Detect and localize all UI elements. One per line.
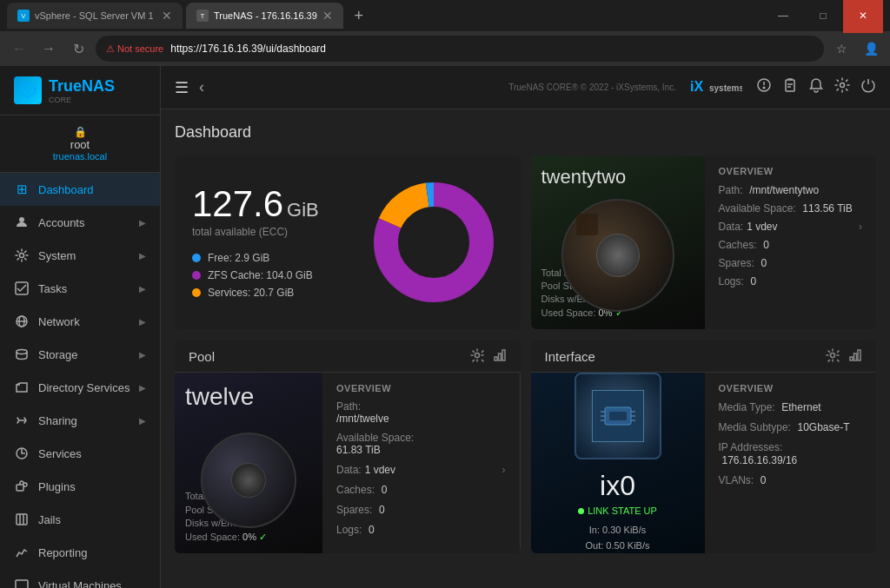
link-status-dot — [578, 508, 584, 514]
t12-expand-icon[interactable]: › — [501, 463, 505, 476]
topbar-right: TrueNAS CORE® © 2022 - iXSystems, Inc. i… — [508, 76, 876, 99]
browser-chrome: V vSphere - SQL Server VM 1 - Su... ✕ T … — [0, 0, 890, 66]
sidebar-item-storage[interactable]: Storage ▶ — [0, 338, 160, 371]
pool-twentytwo-info: Overview Path: /mnt/twentytwo Available … — [705, 155, 877, 329]
chip-inner — [592, 390, 644, 442]
used-space-label: Used Space: — [541, 307, 596, 318]
virtual-machines-icon — [14, 578, 30, 588]
logo-text-container: TrueNAS CORE — [49, 77, 115, 104]
maximize-button[interactable]: □ — [803, 0, 843, 33]
in-value: 0.30 KiB/s — [602, 525, 646, 535]
svg-point-35 — [475, 353, 479, 358]
t12-avail-value: 61.83 TiB — [336, 444, 506, 456]
sidebar-user: 🔒 root truenas.local — [0, 116, 160, 173]
interface-title: Interface — [545, 349, 595, 364]
chip-visual — [575, 373, 661, 459]
browser-controls: ← → ↻ ⚠ Not secure https://176.16.16.39/… — [0, 31, 890, 66]
dashboard-icon: ⊞ — [14, 182, 30, 197]
main-content: Dashboard 127.6 GiB total available (ECC… — [161, 109, 890, 588]
donut-svg — [364, 173, 503, 312]
browser-tab-1[interactable]: V vSphere - SQL Server VM 1 - Su... ✕ — [7, 3, 183, 29]
pool-twelve-image: twelve Total Disks : 8 (data) Pool Statu… — [175, 373, 322, 553]
sidebar-item-sharing[interactable]: Sharing ▶ — [0, 404, 160, 437]
pool-twelve-title: Pool — [189, 349, 215, 364]
sidebar-item-label: Storage — [38, 348, 78, 361]
network-icon — [14, 314, 30, 329]
sidebar-item-dashboard[interactable]: ⊞ Dashboard — [0, 173, 160, 206]
sidebar-item-directory-services[interactable]: Directory Services ▶ — [0, 371, 160, 404]
sidebar-item-label: Directory Services — [38, 381, 130, 394]
sidebar-item-label: Jails — [38, 513, 61, 526]
sidebar-item-reporting[interactable]: Reporting — [0, 536, 160, 569]
feedback-icon[interactable] — [756, 77, 772, 97]
pool-twelve-chart-icon[interactable] — [493, 348, 507, 365]
page-title: Dashboard — [175, 123, 876, 142]
interface-body: ix0 LINK STATE UP In: 0.30 KiB/s Out: 0.… — [531, 373, 877, 553]
sidebar: TrueNAS CORE 🔒 root truenas.local ⊞ Dash… — [0, 66, 161, 588]
clipboard-icon[interactable] — [782, 77, 798, 97]
hamburger-menu-icon[interactable]: ☰ — [175, 78, 189, 97]
t12-avail-label: Available Space: — [336, 432, 506, 444]
settings-icon[interactable] — [834, 77, 850, 97]
sidebar-item-services[interactable]: Services — [0, 437, 160, 470]
close-button[interactable]: ✕ — [843, 0, 883, 33]
bell-icon[interactable] — [808, 77, 824, 97]
tab1-close[interactable]: ✕ — [162, 9, 172, 23]
collapse-sidebar-icon[interactable]: ‹ — [199, 78, 204, 96]
sidebar-item-label: Dashboard — [38, 183, 94, 196]
vlans-label: VLANs: — [719, 474, 754, 486]
profile-icon[interactable]: 👤 — [859, 36, 883, 61]
minimize-button[interactable]: — — [763, 0, 803, 33]
reload-button[interactable]: ↻ — [66, 36, 90, 61]
sidebar-item-system[interactable]: System ▶ — [0, 239, 160, 272]
legend-item-services: Services: 20.7 GiB — [192, 287, 338, 299]
expand-data-icon[interactable]: › — [859, 220, 862, 233]
sidebar-item-accounts[interactable]: Accounts ▶ — [0, 206, 160, 239]
tab2-close[interactable]: ✕ — [322, 9, 333, 23]
logo-sub: CORE — [49, 96, 115, 104]
t12-caches-label: Caches: — [336, 484, 375, 496]
address-bar[interactable]: ⚠ Not secure https://176.16.16.39/ui/das… — [96, 36, 824, 62]
sidebar-item-virtual-machines[interactable]: Virtual Machines — [0, 569, 160, 588]
svg-point-26 — [763, 87, 765, 89]
logs-label: Logs: — [719, 275, 744, 287]
free-dot — [192, 254, 201, 262]
memory-size: 127.6 — [192, 186, 283, 222]
svg-rect-44 — [609, 412, 627, 420]
power-icon[interactable] — [860, 77, 876, 97]
svg-rect-37 — [498, 353, 501, 360]
svg-point-8 — [17, 350, 27, 354]
svg-rect-10 — [17, 485, 23, 491]
ip-label: IP Addresses: — [719, 441, 783, 453]
forward-button[interactable]: → — [37, 36, 61, 61]
sidebar-item-plugins[interactable]: Plugins — [0, 470, 160, 503]
out-value: 0.50 KiB/s — [606, 540, 649, 551]
browser-tab-2[interactable]: T TrueNAS - 176.16.16.39 ✕ — [186, 3, 343, 29]
pool-twelve-settings-icon[interactable] — [470, 348, 484, 365]
free-label: Free: 2.9 GiB — [208, 252, 269, 264]
jails-icon — [14, 512, 30, 527]
ix-logo-text: iX systems — [690, 76, 742, 99]
accounts-arrow-icon: ▶ — [139, 218, 146, 228]
sidebar-item-jails[interactable]: Jails — [0, 503, 160, 536]
svg-point-30 — [840, 83, 845, 88]
interface-chart-icon[interactable] — [848, 348, 862, 365]
svg-point-34 — [401, 209, 467, 275]
interface-header: Interface — [531, 340, 877, 373]
bookmark-star-icon[interactable]: ☆ — [829, 36, 853, 61]
back-button[interactable]: ← — [7, 36, 31, 61]
t12-spares-value: 0 — [379, 504, 385, 516]
caches-value: 0 — [763, 239, 769, 251]
path-label: Path: — [719, 184, 743, 196]
svg-rect-27 — [786, 80, 794, 91]
sidebar-item-tasks[interactable]: Tasks ▶ — [0, 272, 160, 305]
t12-data-label: Data: — [336, 464, 362, 476]
interface-settings-icon[interactable] — [826, 348, 840, 365]
media-subtype-value: 10Gbase-T — [798, 421, 850, 433]
pool-twelve-name: twelve — [185, 383, 254, 411]
user-avatar-icon: 🔒 — [74, 126, 87, 138]
sidebar-item-network[interactable]: Network ▶ — [0, 305, 160, 338]
new-tab-button[interactable]: + — [347, 3, 371, 28]
services-icon — [14, 446, 30, 461]
t12-spares-label: Spares: — [336, 504, 372, 516]
